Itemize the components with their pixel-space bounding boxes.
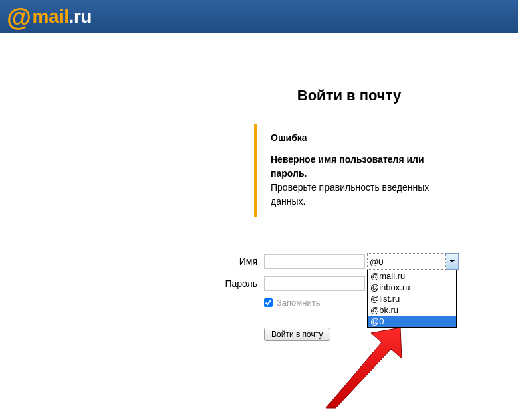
username-row: Имя @0 @mail.ru @inbox.ru @list.ru @bk.r… [221, 253, 461, 270]
domain-option-bkru[interactable]: @bk.ru [368, 304, 456, 316]
domain-dropdown-list: @mail.ru @inbox.ru @list.ru @bk.ru @0 [367, 270, 457, 328]
submit-row: Войти в почту [264, 328, 461, 341]
page-title: Войти в почту [237, 87, 461, 104]
logo-text-dot: . [69, 6, 74, 27]
login-button[interactable]: Войти в почту [264, 328, 330, 341]
domain-dropdown-button[interactable] [446, 253, 459, 270]
chevron-down-icon [450, 260, 455, 263]
username-label: Имя [221, 256, 257, 267]
remember-checkbox[interactable] [264, 298, 273, 307]
error-message-strong: Неверное имя пользователя или пароль. [271, 152, 461, 181]
domain-selected-text: @0 [370, 257, 383, 267]
app-header: @mail.ru [0, 0, 518, 33]
mailru-logo[interactable]: @mail.ru [7, 3, 92, 31]
logo-at-icon: @ [7, 3, 31, 32]
error-box: Ошибка Неверное имя пользователя или пар… [254, 124, 461, 217]
password-input[interactable] [264, 276, 365, 291]
domain-select[interactable]: @0 [367, 253, 446, 270]
domain-select-wrap: @0 @mail.ru @inbox.ru @list.ru @bk.ru @0 [367, 253, 459, 270]
password-label: Пароль [221, 278, 257, 289]
username-input[interactable] [264, 254, 365, 269]
logo-text-ru: ru [74, 6, 92, 27]
error-title: Ошибка [271, 132, 461, 143]
error-message-text: Проверьте правильность введенных данных. [271, 181, 461, 209]
domain-option-inboxru[interactable]: @inbox.ru [368, 282, 456, 293]
logo-text-mail: mail [33, 6, 69, 27]
domain-option-zero[interactable]: @0 [368, 316, 456, 327]
remember-label: Запомнить [277, 298, 320, 308]
domain-option-listru[interactable]: @list.ru [368, 293, 456, 304]
domain-option-mailru[interactable]: @mail.ru [368, 270, 456, 282]
login-panel: Войти в почту Ошибка Неверное имя пользо… [221, 87, 461, 341]
